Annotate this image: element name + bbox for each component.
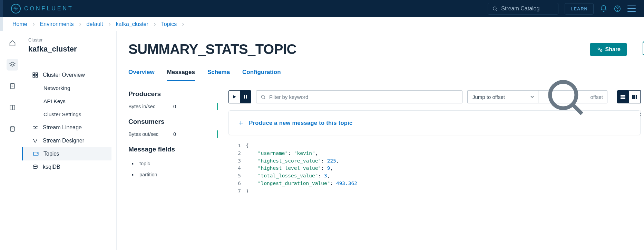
nav-stream-lineage[interactable]: Stream Lineage	[28, 121, 111, 134]
svg-line-28	[574, 105, 582, 113]
chevron-right-icon	[153, 21, 156, 27]
rail-doc[interactable]	[7, 80, 18, 92]
filter-input[interactable]: Filter by keyword	[256, 90, 462, 103]
svg-rect-23	[244, 95, 245, 99]
chevron-right-icon	[182, 21, 185, 27]
tab-configuration[interactable]: Configuration	[242, 69, 281, 81]
nav-topics[interactable]: Topics	[22, 147, 111, 160]
nav-cluster-settings[interactable]: Cluster Settings	[28, 108, 111, 121]
crumb-topics[interactable]: Topics	[161, 21, 177, 27]
svg-line-26	[264, 98, 265, 99]
secondary-action-edge[interactable]	[643, 41, 644, 55]
tab-messages[interactable]: Messages	[167, 69, 195, 81]
stat-bytes-out: Bytes out/sec 0	[128, 130, 218, 138]
nav-label: Cluster Overview	[43, 72, 85, 78]
view-mode-toggle[interactable]	[617, 90, 641, 103]
svg-rect-30	[621, 96, 625, 98]
stat-key: Bytes in/sec	[128, 104, 173, 109]
lineage-icon	[32, 124, 39, 131]
nav-label: Stream Lineage	[43, 124, 82, 131]
svg-point-27	[550, 82, 576, 108]
consumers-heading: Consumers	[128, 118, 218, 126]
kebab-menu-icon[interactable]: ⋮	[637, 109, 643, 117]
svg-rect-24	[246, 95, 247, 99]
tab-overview[interactable]: Overview	[128, 69, 155, 81]
sparkline-icon	[217, 130, 218, 138]
svg-rect-15	[36, 73, 38, 74]
svg-rect-18	[33, 152, 38, 156]
column-view-icon[interactable]	[629, 90, 641, 103]
svg-rect-11	[10, 105, 12, 110]
svg-rect-16	[33, 76, 35, 77]
learn-button[interactable]: LEARN	[565, 3, 594, 15]
brand-logo[interactable]: CONFLUENT	[11, 4, 74, 13]
field-partition[interactable]: partition	[132, 169, 218, 180]
code-body: { "username": "kevin", "highest_score_va…	[246, 142, 357, 195]
confluent-logo-icon	[11, 4, 21, 13]
svg-point-19	[33, 165, 37, 167]
stat-key: Bytes out/sec	[128, 131, 173, 137]
bell-icon[interactable]	[600, 5, 607, 12]
chevron-down-icon[interactable]	[526, 90, 538, 103]
svg-rect-32	[632, 95, 634, 99]
offset-placeholder: offset	[591, 94, 603, 100]
svg-rect-34	[636, 95, 637, 99]
jump-to-offset-select[interactable]: Jump to offset	[467, 90, 526, 103]
menu-icon[interactable]	[627, 6, 636, 12]
rail-db[interactable]	[7, 123, 18, 135]
search-placeholder: Stream Catalog	[501, 6, 539, 12]
rail-layers[interactable]	[7, 59, 18, 71]
nav-label: API Keys	[43, 98, 66, 104]
nav-cluster-overview[interactable]: Cluster Overview	[28, 68, 111, 82]
svg-point-4	[493, 7, 496, 10]
svg-rect-29	[621, 95, 625, 96]
crumb-cluster[interactable]: kafka_cluster	[116, 21, 148, 27]
message-json-viewer[interactable]: 1 2 3 4 5 6 7 { "username": "kevin", "hi…	[228, 142, 641, 195]
nav-stream-designer[interactable]: Stream Designer	[28, 134, 111, 147]
produce-label: Produce a new message to this topic	[249, 120, 352, 126]
sparkline-icon	[217, 103, 218, 110]
messages-pane: Filter by keyword Jump to offset offset	[228, 90, 641, 195]
search-icon	[492, 6, 498, 11]
line-gutter: 1 2 3 4 5 6 7	[228, 142, 246, 195]
list-view-icon[interactable]	[617, 90, 629, 103]
stat-bytes-in: Bytes in/sec 0	[128, 103, 218, 110]
producers-heading: Producers	[128, 90, 218, 98]
page-title: SUMMARY_STATS_TOPIC	[128, 41, 296, 57]
designer-icon	[32, 138, 39, 144]
nav-label: Cluster Settings	[43, 111, 81, 118]
search-icon	[543, 74, 588, 120]
crumb-home[interactable]: Home	[12, 21, 27, 27]
grid-icon	[32, 72, 39, 78]
nav-ksqldb[interactable]: ksqlDB	[28, 160, 111, 174]
rail-home[interactable]	[7, 37, 18, 49]
ksqldb-icon	[32, 164, 39, 170]
nav-networking[interactable]: Networking	[28, 82, 111, 95]
sidebar: Cluster kafka_cluster Cluster Overview N…	[22, 31, 117, 250]
pause-icon[interactable]	[240, 91, 251, 103]
chevron-right-icon	[108, 21, 111, 27]
nav-apikeys[interactable]: API Keys	[28, 95, 111, 108]
rail-map[interactable]	[7, 102, 18, 113]
svg-point-7	[617, 10, 617, 10]
crumb-default[interactable]: default	[87, 21, 103, 27]
filter-placeholder: Filter by keyword	[269, 94, 308, 100]
help-icon[interactable]	[614, 5, 621, 12]
offset-input[interactable]: offset	[538, 90, 607, 103]
svg-rect-17	[36, 76, 38, 77]
tab-schema[interactable]: Schema	[207, 69, 230, 81]
top-bar: CONFLUENT Stream Catalog LEARN	[0, 0, 644, 17]
crumb-environments[interactable]: Environments	[40, 21, 74, 27]
field-topic[interactable]: topic	[132, 158, 218, 169]
svg-rect-31	[621, 98, 625, 99]
svg-point-13	[10, 127, 14, 128]
main-panel: SUMMARY_STATS_TOPIC Share Overview Messa…	[117, 31, 644, 250]
play-icon[interactable]	[229, 91, 240, 103]
play-pause-toggle[interactable]	[228, 90, 251, 103]
svg-point-20	[598, 48, 599, 49]
share-button[interactable]: Share	[590, 43, 627, 56]
icon-rail	[3, 31, 22, 250]
nav-label: ksqlDB	[43, 164, 60, 170]
stream-catalog-search[interactable]: Stream Catalog	[488, 3, 558, 15]
nav-label: Stream Designer	[43, 138, 84, 144]
